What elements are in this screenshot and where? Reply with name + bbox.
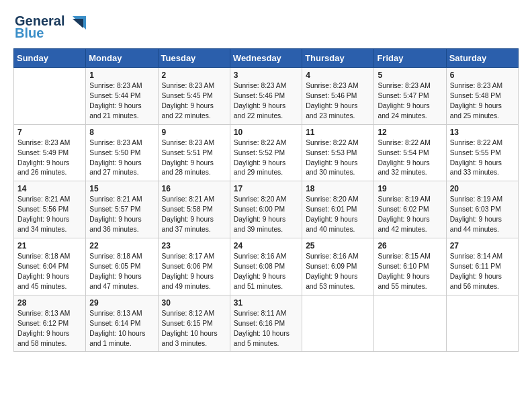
day-number: 27 [450, 241, 515, 250]
day-number: 9 [162, 128, 226, 137]
calendar-cell [14, 68, 86, 125]
day-number: 11 [306, 128, 370, 137]
day-number: 22 [89, 241, 154, 250]
day-number: 5 [378, 71, 442, 80]
day-number: 14 [17, 184, 82, 193]
day-info: Sunrise: 8:13 AMSunset: 6:12 PMDaylight:… [17, 309, 82, 349]
weekday-header-sunday: Sunday [14, 49, 86, 68]
calendar-cell: 15Sunrise: 8:21 AMSunset: 5:57 PMDayligh… [86, 181, 158, 238]
day-info: Sunrise: 8:18 AMSunset: 6:05 PMDaylight:… [89, 252, 154, 292]
day-info: Sunrise: 8:23 AMSunset: 5:51 PMDaylight:… [162, 138, 226, 179]
day-number: 6 [450, 71, 515, 80]
week-row-0: 1Sunrise: 8:23 AMSunset: 5:44 PMDaylight… [14, 68, 519, 125]
calendar-cell [446, 295, 518, 352]
day-number: 8 [89, 128, 154, 137]
day-number: 25 [306, 241, 370, 250]
day-info: Sunrise: 8:11 AMSunset: 6:16 PMDaylight:… [234, 309, 298, 349]
day-info: Sunrise: 8:13 AMSunset: 6:14 PMDaylight:… [89, 309, 154, 349]
calendar-container: General Blue SundayMondayTuesdayWednesda… [0, 0, 532, 359]
day-info: Sunrise: 8:23 AMSunset: 5:48 PMDaylight:… [450, 81, 515, 122]
day-info: Sunrise: 8:19 AMSunset: 6:03 PMDaylight:… [450, 195, 515, 235]
calendar-cell: 4Sunrise: 8:23 AMSunset: 5:46 PMDaylight… [302, 68, 374, 125]
day-number: 1 [89, 71, 154, 80]
calendar-cell: 12Sunrise: 8:22 AMSunset: 5:54 PMDayligh… [374, 124, 446, 181]
calendar-cell: 10Sunrise: 8:22 AMSunset: 5:52 PMDayligh… [230, 124, 302, 181]
weekday-header-wednesday: Wednesday [230, 49, 302, 68]
day-info: Sunrise: 8:21 AMSunset: 5:58 PMDaylight:… [162, 195, 226, 235]
calendar-cell: 13Sunrise: 8:22 AMSunset: 5:55 PMDayligh… [446, 124, 518, 181]
day-info: Sunrise: 8:22 AMSunset: 5:54 PMDaylight:… [378, 138, 442, 179]
day-number: 29 [89, 298, 154, 308]
day-number: 4 [306, 71, 370, 80]
day-info: Sunrise: 8:16 AMSunset: 6:08 PMDaylight:… [234, 252, 298, 292]
day-number: 19 [378, 184, 442, 193]
day-number: 24 [234, 241, 298, 250]
day-number: 2 [162, 71, 226, 80]
calendar-cell: 20Sunrise: 8:19 AMSunset: 6:03 PMDayligh… [446, 181, 518, 238]
day-number: 20 [450, 184, 515, 193]
calendar-cell: 28Sunrise: 8:13 AMSunset: 6:12 PMDayligh… [14, 295, 86, 352]
weekday-header-friday: Friday [374, 49, 446, 68]
day-number: 3 [234, 71, 298, 80]
calendar-cell: 25Sunrise: 8:16 AMSunset: 6:09 PMDayligh… [302, 238, 374, 295]
weekday-header-thursday: Thursday [302, 49, 374, 68]
weekday-header-monday: Monday [86, 49, 158, 68]
calendar-cell: 24Sunrise: 8:16 AMSunset: 6:08 PMDayligh… [230, 238, 302, 295]
weekday-header-saturday: Saturday [446, 49, 518, 68]
day-info: Sunrise: 8:23 AMSunset: 5:44 PMDaylight:… [89, 81, 154, 122]
calendar-cell: 27Sunrise: 8:14 AMSunset: 6:11 PMDayligh… [446, 238, 518, 295]
day-number: 31 [234, 298, 298, 308]
day-info: Sunrise: 8:23 AMSunset: 5:45 PMDaylight:… [162, 81, 226, 122]
calendar-cell [302, 295, 374, 352]
day-info: Sunrise: 8:18 AMSunset: 6:04 PMDaylight:… [17, 252, 82, 292]
day-info: Sunrise: 8:20 AMSunset: 6:01 PMDaylight:… [306, 195, 370, 235]
day-info: Sunrise: 8:22 AMSunset: 5:53 PMDaylight:… [306, 138, 370, 179]
week-row-2: 14Sunrise: 8:21 AMSunset: 5:56 PMDayligh… [14, 181, 519, 238]
week-row-4: 28Sunrise: 8:13 AMSunset: 6:12 PMDayligh… [14, 295, 519, 352]
calendar-cell: 2Sunrise: 8:23 AMSunset: 5:45 PMDaylight… [158, 68, 230, 125]
calendar-cell: 9Sunrise: 8:23 AMSunset: 5:51 PMDaylight… [158, 124, 230, 181]
calendar-cell: 19Sunrise: 8:19 AMSunset: 6:02 PMDayligh… [374, 181, 446, 238]
day-info: Sunrise: 8:22 AMSunset: 5:55 PMDaylight:… [450, 138, 515, 179]
day-number: 15 [89, 184, 154, 193]
header-row: General Blue [13, 11, 519, 43]
calendar-cell [374, 295, 446, 352]
calendar-cell: 11Sunrise: 8:22 AMSunset: 5:53 PMDayligh… [302, 124, 374, 181]
day-info: Sunrise: 8:14 AMSunset: 6:11 PMDaylight:… [450, 252, 515, 292]
calendar-cell: 31Sunrise: 8:11 AMSunset: 6:16 PMDayligh… [230, 295, 302, 352]
day-info: Sunrise: 8:20 AMSunset: 6:00 PMDaylight:… [234, 195, 298, 235]
calendar-cell: 29Sunrise: 8:13 AMSunset: 6:14 PMDayligh… [86, 295, 158, 352]
day-info: Sunrise: 8:21 AMSunset: 5:57 PMDaylight:… [89, 195, 154, 235]
day-info: Sunrise: 8:23 AMSunset: 5:47 PMDaylight:… [378, 81, 442, 122]
logo: General Blue [13, 11, 87, 43]
calendar-cell: 6Sunrise: 8:23 AMSunset: 5:48 PMDaylight… [446, 68, 518, 125]
day-number: 7 [17, 128, 82, 137]
day-number: 16 [162, 184, 226, 193]
day-number: 23 [162, 241, 226, 250]
day-info: Sunrise: 8:19 AMSunset: 6:02 PMDaylight:… [378, 195, 442, 235]
day-number: 17 [234, 184, 298, 193]
calendar-table: SundayMondayTuesdayWednesdayThursdayFrid… [13, 48, 519, 352]
calendar-cell: 21Sunrise: 8:18 AMSunset: 6:04 PMDayligh… [14, 238, 86, 295]
day-number: 26 [378, 241, 442, 250]
day-info: Sunrise: 8:17 AMSunset: 6:06 PMDaylight:… [162, 252, 226, 292]
day-info: Sunrise: 8:15 AMSunset: 6:10 PMDaylight:… [378, 252, 442, 292]
day-info: Sunrise: 8:22 AMSunset: 5:52 PMDaylight:… [234, 138, 298, 179]
svg-text:Blue: Blue [15, 26, 44, 40]
calendar-cell: 5Sunrise: 8:23 AMSunset: 5:47 PMDaylight… [374, 68, 446, 125]
day-info: Sunrise: 8:16 AMSunset: 6:09 PMDaylight:… [306, 252, 370, 292]
day-info: Sunrise: 8:21 AMSunset: 5:56 PMDaylight:… [17, 195, 82, 235]
calendar-cell: 14Sunrise: 8:21 AMSunset: 5:56 PMDayligh… [14, 181, 86, 238]
day-info: Sunrise: 8:23 AMSunset: 5:46 PMDaylight:… [306, 81, 370, 122]
calendar-cell: 26Sunrise: 8:15 AMSunset: 6:10 PMDayligh… [374, 238, 446, 295]
day-info: Sunrise: 8:12 AMSunset: 6:15 PMDaylight:… [162, 309, 226, 349]
calendar-cell: 17Sunrise: 8:20 AMSunset: 6:00 PMDayligh… [230, 181, 302, 238]
calendar-cell: 22Sunrise: 8:18 AMSunset: 6:05 PMDayligh… [86, 238, 158, 295]
svg-marker-3 [73, 19, 83, 28]
day-number: 30 [162, 298, 226, 308]
calendar-cell: 8Sunrise: 8:23 AMSunset: 5:50 PMDaylight… [86, 124, 158, 181]
week-row-3: 21Sunrise: 8:18 AMSunset: 6:04 PMDayligh… [14, 238, 519, 295]
calendar-cell: 1Sunrise: 8:23 AMSunset: 5:44 PMDaylight… [86, 68, 158, 125]
calendar-cell: 7Sunrise: 8:23 AMSunset: 5:49 PMDaylight… [14, 124, 86, 181]
logo-text: General Blue [13, 11, 87, 43]
